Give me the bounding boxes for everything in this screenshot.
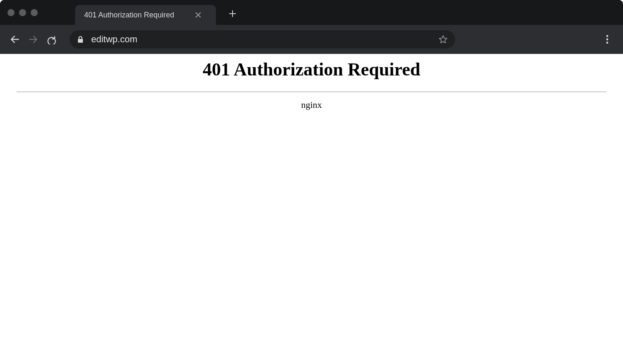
- plus-icon: [229, 10, 236, 17]
- tab-title: 401 Authorization Required: [84, 11, 174, 19]
- address-bar[interactable]: editwp.com: [70, 30, 455, 49]
- browser-chrome: 401 Authorization Required editwp.com: [0, 0, 623, 54]
- reload-button[interactable]: [44, 32, 59, 47]
- divider: [17, 92, 606, 92]
- server-name: nginx: [17, 99, 606, 110]
- close-icon: [195, 12, 201, 18]
- site-security-button[interactable]: [77, 36, 84, 43]
- traffic-light-maximize[interactable]: [31, 9, 38, 16]
- kebab-icon: [606, 35, 608, 44]
- bookmark-button[interactable]: [439, 35, 448, 44]
- traffic-light-minimize[interactable]: [19, 9, 26, 16]
- close-tab-button[interactable]: [195, 12, 201, 18]
- error-heading: 401 Authorization Required: [17, 59, 606, 80]
- back-button[interactable]: [7, 32, 22, 47]
- star-icon: [439, 35, 448, 44]
- new-tab-button[interactable]: [228, 10, 237, 18]
- browser-toolbar: editwp.com: [0, 25, 623, 54]
- svg-rect-0: [78, 39, 83, 43]
- traffic-light-close[interactable]: [7, 9, 15, 16]
- arrow-left-icon: [10, 34, 20, 45]
- svg-point-1: [606, 35, 608, 37]
- window-controls: [7, 9, 38, 16]
- arrow-right-icon: [28, 34, 39, 45]
- browser-menu-button[interactable]: [600, 32, 615, 47]
- reload-icon: [46, 34, 56, 44]
- forward-button[interactable]: [26, 32, 41, 47]
- page-content: 401 Authorization Required nginx: [0, 54, 623, 110]
- lock-icon: [77, 36, 84, 43]
- svg-point-3: [606, 42, 608, 44]
- browser-tab[interactable]: 401 Authorization Required: [75, 5, 216, 25]
- svg-point-2: [606, 39, 608, 41]
- tab-strip: 401 Authorization Required: [0, 0, 623, 25]
- url-text: editwp.com: [91, 34, 439, 45]
